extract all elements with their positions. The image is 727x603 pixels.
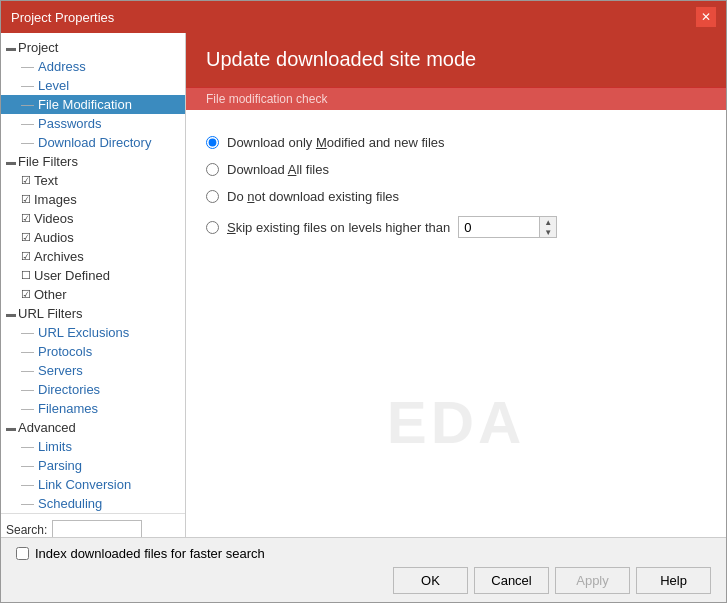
dialog-title: Project Properties bbox=[11, 10, 114, 25]
sidebar-item-project[interactable]: ▬ Project bbox=[1, 38, 185, 57]
skip-spinbox-wrapper: ▲ ▼ bbox=[458, 216, 557, 238]
sidebar-item-level[interactable]: —Level bbox=[1, 76, 185, 95]
spinbox-up-button[interactable]: ▲ bbox=[540, 217, 556, 227]
sidebar-item-label: Audios bbox=[34, 230, 74, 245]
sidebar-item-address[interactable]: —Address bbox=[1, 57, 185, 76]
checkbox-icon: ☑ bbox=[21, 212, 31, 225]
sidebar-item-label: Directories bbox=[38, 382, 100, 397]
sidebar-item-user-defined[interactable]: ☐User Defined bbox=[1, 266, 185, 285]
dash-icon: — bbox=[21, 382, 34, 397]
sidebar-item-label: Limits bbox=[38, 439, 72, 454]
project-properties-dialog: Project Properties ✕ ▬ Project—Address—L… bbox=[0, 0, 727, 603]
content-subtitle: File modification check bbox=[186, 87, 726, 110]
spinbox-buttons: ▲ ▼ bbox=[539, 217, 556, 237]
sidebar-item-label: URL Filters bbox=[18, 306, 83, 321]
spinbox-down-button[interactable]: ▼ bbox=[540, 227, 556, 237]
sidebar-item-label: Passwords bbox=[38, 116, 102, 131]
apply-button[interactable]: Apply bbox=[555, 567, 630, 594]
content-body: Download only Modified and new files Dow… bbox=[186, 110, 726, 537]
sidebar-item-other[interactable]: ☑Other bbox=[1, 285, 185, 304]
sidebar-item-url-exclusions[interactable]: —URL Exclusions bbox=[1, 323, 185, 342]
sidebar-item-url-filters[interactable]: ▬ URL Filters bbox=[1, 304, 185, 323]
option-2[interactable]: Download All files bbox=[206, 162, 706, 177]
close-button[interactable]: ✕ bbox=[696, 7, 716, 27]
option-4-row: Skip existing files on levels higher tha… bbox=[206, 216, 706, 238]
sidebar-item-label: Project bbox=[18, 40, 58, 55]
dash-icon: — bbox=[21, 344, 34, 359]
sidebar-item-label: URL Exclusions bbox=[38, 325, 129, 340]
sidebar-item-parsing[interactable]: —Parsing bbox=[1, 456, 185, 475]
checkbox-icon: ☑ bbox=[21, 231, 31, 244]
sidebar-item-label: Text bbox=[34, 173, 58, 188]
sidebar-item-label: Level bbox=[38, 78, 69, 93]
option-4[interactable]: Skip existing files on levels higher tha… bbox=[206, 220, 450, 235]
expand-icon: ▬ bbox=[6, 156, 16, 167]
ok-button[interactable]: OK bbox=[393, 567, 468, 594]
dialog-body: ▬ Project—Address—Level—File Modificatio… bbox=[1, 33, 726, 537]
content-title: Update downloaded site mode bbox=[206, 48, 706, 71]
cancel-button[interactable]: Cancel bbox=[474, 567, 549, 594]
checkbox-icon: ☑ bbox=[21, 193, 31, 206]
checkbox-icon: ☑ bbox=[21, 174, 31, 187]
sidebar-item-label: Protocols bbox=[38, 344, 92, 359]
dash-icon: — bbox=[21, 97, 34, 112]
search-input[interactable] bbox=[52, 520, 142, 537]
checkbox-icon: ☐ bbox=[21, 269, 31, 282]
expand-icon: ▬ bbox=[6, 308, 16, 319]
sidebar-item-label: Other bbox=[34, 287, 67, 302]
checkbox-icon: ☑ bbox=[21, 288, 31, 301]
dash-icon: — bbox=[21, 439, 34, 454]
sidebar-item-directories[interactable]: —Directories bbox=[1, 380, 185, 399]
sidebar-item-link-conversion[interactable]: —Link Conversion bbox=[1, 475, 185, 494]
sidebar-item-label: Link Conversion bbox=[38, 477, 131, 492]
search-label: Search: bbox=[6, 523, 47, 537]
expand-icon: ▬ bbox=[6, 42, 16, 53]
dash-icon: — bbox=[21, 496, 34, 511]
sidebar-item-file-modification[interactable]: —File Modification bbox=[1, 95, 185, 114]
skip-value-input[interactable] bbox=[459, 217, 539, 237]
dash-icon: — bbox=[21, 401, 34, 416]
sidebar-item-label: Images bbox=[34, 192, 77, 207]
sidebar-item-archives[interactable]: ☑Archives bbox=[1, 247, 185, 266]
label-opt4: Skip existing files on levels higher tha… bbox=[227, 220, 450, 235]
index-checkbox-label: Index downloaded files for faster search bbox=[35, 546, 265, 561]
sidebar-item-label: Servers bbox=[38, 363, 83, 378]
sidebar-item-audios[interactable]: ☑Audios bbox=[1, 228, 185, 247]
help-button[interactable]: Help bbox=[636, 567, 711, 594]
sidebar-item-servers[interactable]: —Servers bbox=[1, 361, 185, 380]
sidebar-item-images[interactable]: ☑Images bbox=[1, 190, 185, 209]
radio-opt2[interactable] bbox=[206, 163, 219, 176]
radio-group: Download only Modified and new files Dow… bbox=[206, 135, 706, 238]
sidebar-item-label: User Defined bbox=[34, 268, 110, 283]
sidebar-item-videos[interactable]: ☑Videos bbox=[1, 209, 185, 228]
label-opt2: Download All files bbox=[227, 162, 329, 177]
sidebar-item-scheduling[interactable]: —Scheduling bbox=[1, 494, 185, 513]
dash-icon: — bbox=[21, 458, 34, 473]
sidebar-item-label: Scheduling bbox=[38, 496, 102, 511]
sidebar-item-label: Filenames bbox=[38, 401, 98, 416]
sidebar-item-filenames[interactable]: —Filenames bbox=[1, 399, 185, 418]
sidebar: ▬ Project—Address—Level—File Modificatio… bbox=[1, 33, 186, 537]
label-opt3: Do not download existing files bbox=[227, 189, 399, 204]
search-row: Search: bbox=[1, 513, 185, 537]
radio-opt3[interactable] bbox=[206, 190, 219, 203]
sidebar-item-limits[interactable]: —Limits bbox=[1, 437, 185, 456]
option-1[interactable]: Download only Modified and new files bbox=[206, 135, 706, 150]
sidebar-item-passwords[interactable]: —Passwords bbox=[1, 114, 185, 133]
label-opt1: Download only Modified and new files bbox=[227, 135, 445, 150]
sidebar-item-label: Videos bbox=[34, 211, 74, 226]
option-3[interactable]: Do not download existing files bbox=[206, 189, 706, 204]
sidebar-item-file-filters[interactable]: ▬ File Filters bbox=[1, 152, 185, 171]
radio-opt4[interactable] bbox=[206, 221, 219, 234]
sidebar-item-protocols[interactable]: —Protocols bbox=[1, 342, 185, 361]
sidebar-item-label: Address bbox=[38, 59, 86, 74]
tree-container: ▬ Project—Address—Level—File Modificatio… bbox=[1, 38, 185, 513]
sidebar-item-download-directory[interactable]: —Download Directory bbox=[1, 133, 185, 152]
checkbox-icon: ☑ bbox=[21, 250, 31, 263]
dash-icon: — bbox=[21, 78, 34, 93]
content-header: Update downloaded site mode bbox=[186, 33, 726, 87]
sidebar-item-text[interactable]: ☑Text bbox=[1, 171, 185, 190]
radio-opt1[interactable] bbox=[206, 136, 219, 149]
sidebar-item-advanced[interactable]: ▬ Advanced bbox=[1, 418, 185, 437]
index-checkbox[interactable] bbox=[16, 547, 29, 560]
